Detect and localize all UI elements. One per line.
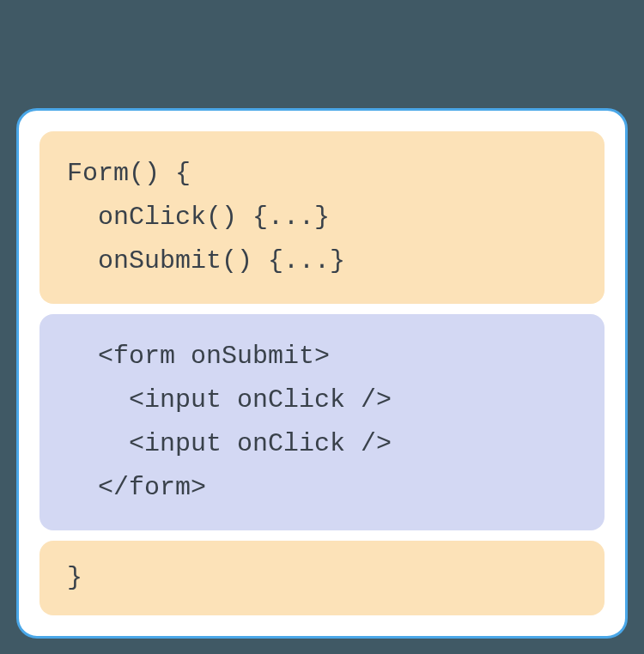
code-line: <input onClick /> (67, 385, 392, 415)
code-line: <input onClick /> (67, 429, 392, 458)
code-block-jsx: <form onSubmit> <input onClick /> <input… (39, 314, 605, 530)
code-block-function-footer: } (39, 541, 605, 615)
code-line: </form> (67, 473, 206, 502)
code-diagram-card: Form() { onClick() {...} onSubmit() {...… (16, 108, 628, 639)
code-line: <form onSubmit> (67, 342, 330, 371)
code-line: Form() { (67, 159, 191, 188)
code-line: onClick() {...} (67, 203, 330, 232)
code-line: } (67, 563, 82, 592)
code-block-function-header: Form() { onClick() {...} onSubmit() {...… (39, 131, 605, 304)
code-line: onSubmit() {...} (67, 246, 345, 276)
